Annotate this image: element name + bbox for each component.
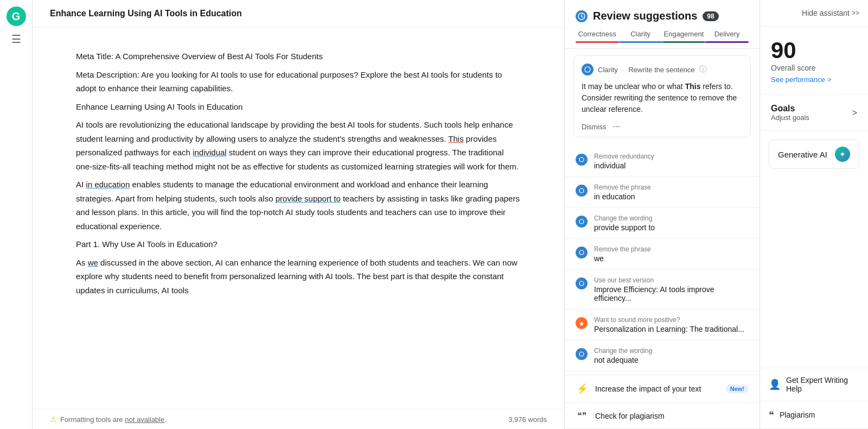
tab-engagement[interactable]: Engagement <box>662 30 706 48</box>
item-action-4: Use our best version <box>594 276 749 284</box>
dismiss-button[interactable]: Dismiss <box>582 123 607 131</box>
review-panel: Review suggestions 98 Correctness Clarit… <box>564 0 760 429</box>
paragraph-3: Enhance Learning Using AI Tools in Educa… <box>76 100 521 114</box>
plagiarism-side-icon: ❝ <box>769 409 774 421</box>
suggestion-item-4[interactable]: Use our best version Improve Efficiency:… <box>565 270 760 310</box>
suggestions-list: Remove redundancy individual Remove the … <box>565 144 760 375</box>
footer-warning-text: Formatting tools are not available. <box>60 415 167 424</box>
plagiarism-side-button[interactable]: ❝ Plagiarism <box>760 401 868 429</box>
impact-text-button[interactable]: ⚡ Increase the impact of your text New! <box>565 375 760 403</box>
tab-clarity[interactable]: Clarity <box>619 30 662 48</box>
highlighted-provide-support: provide support to <box>276 194 341 203</box>
svg-point-6 <box>579 281 584 286</box>
item-icon-0 <box>576 154 588 166</box>
card-type: Clarity <box>598 66 618 74</box>
see-performance-link[interactable]: See performance > <box>771 75 857 84</box>
grammarly-logo[interactable]: G <box>7 7 26 26</box>
chevron-right-goals: > <box>852 108 857 118</box>
suggestion-text: It may be unclear who or what This refer… <box>582 81 743 115</box>
hide-assistant-label: Hide assistant <box>802 9 850 17</box>
card-type-icon <box>582 64 593 75</box>
paragraph-7: As we discussed in the above section, AI… <box>76 256 521 298</box>
expert-writing-button[interactable]: 👤 Get Expert Writing Help <box>760 368 868 401</box>
suggestion-item-0[interactable]: Remove redundancy individual <box>565 146 760 177</box>
item-icon-2 <box>576 216 588 228</box>
card-actions: Dismiss ··· <box>582 122 743 131</box>
item-content-3: Remove the phrase we <box>594 245 651 263</box>
suggestion-item-5[interactable]: Want to sound more positive? Personaliza… <box>565 310 760 340</box>
doc-footer: ⚠ Formatting tools are not available. 3,… <box>33 409 564 429</box>
item-content-2: Change the wording provide support to <box>594 214 655 232</box>
card-action: Rewrite the sentence <box>628 66 694 74</box>
item-action-2: Change the wording <box>594 214 655 222</box>
gen-ai-section[interactable]: Generative AI ✦ <box>769 140 859 169</box>
suggestion-item-2[interactable]: Change the wording provide support to <box>565 208 760 239</box>
plagiarism-label: Check for plagiarism <box>595 412 665 420</box>
suggestion-item-6[interactable]: Change the wording not adequate <box>565 340 760 371</box>
hamburger-icon[interactable]: ☰ <box>11 33 21 46</box>
word-count: 3,976 words <box>508 415 547 424</box>
suggestion-item-3[interactable]: Remove the phrase we <box>565 239 760 270</box>
doc-header: Enhance Learning Using AI Tools in Educa… <box>33 0 564 28</box>
more-options-button[interactable]: ··· <box>613 122 620 131</box>
main-content: Enhance Learning Using AI Tools in Educa… <box>33 0 564 429</box>
plagiarism-side-label: Plagiarism <box>780 411 815 419</box>
item-action-5: Want to sound more positive? <box>594 316 744 324</box>
gen-ai-icon: ✦ <box>835 147 850 162</box>
score-panel: Hide assistant >> 90 Overall score See p… <box>760 0 868 429</box>
new-badge: New! <box>726 384 749 393</box>
item-detail-4: Improve Efficiency: AI tools improve eff… <box>594 285 749 302</box>
tab-delivery[interactable]: Delivery <box>705 30 749 48</box>
info-icon[interactable]: ⓘ <box>699 65 707 74</box>
overall-score-label: Overall score <box>771 64 857 72</box>
paragraph-4: AI tools are revolutionizing the educati… <box>76 118 521 173</box>
svg-point-1 <box>585 67 590 72</box>
expert-writing-label: Get Expert Writing Help <box>786 376 859 393</box>
plagiarism-button[interactable]: ❝❞ Check for plagiarism <box>565 403 760 429</box>
highlighted-individual: individual <box>193 148 227 157</box>
active-suggestion-card[interactable]: Clarity · Rewrite the sentence ⓘ It may … <box>573 55 751 137</box>
plagiarism-icon: ❝❞ <box>576 411 589 421</box>
paragraph-2: Meta Description: Are you looking for AI… <box>76 68 521 96</box>
item-detail-2: provide support to <box>594 223 655 232</box>
svg-point-5 <box>579 250 584 255</box>
item-content-4: Use our best version Improve Efficiency:… <box>594 276 749 302</box>
warning-icon: ⚠ <box>50 415 57 424</box>
goals-label: Goals <box>771 104 809 113</box>
gen-ai-label: Generative AI <box>778 150 827 159</box>
doc-body[interactable]: Meta Title: A Comprehensive Overview of … <box>33 28 564 409</box>
item-action-3: Remove the phrase <box>594 245 651 253</box>
not-available-link[interactable]: not available <box>125 415 164 424</box>
footer-warning: ⚠ Formatting tools are not available. <box>50 415 167 424</box>
review-badge: 98 <box>703 11 718 21</box>
tab-correctness[interactable]: Correctness <box>576 30 619 48</box>
svg-point-3 <box>579 188 584 193</box>
highlighted-this: This <box>448 134 463 143</box>
item-action-0: Remove redundancy <box>594 153 654 160</box>
overall-score: 90 <box>771 37 857 64</box>
suggestion-item-1[interactable]: Remove the phrase in education <box>565 177 760 208</box>
hide-assistant-button[interactable]: Hide assistant >> <box>760 0 868 27</box>
item-content-1: Remove the phrase in education <box>594 184 651 201</box>
adjust-goals: Adjust goals <box>771 113 809 122</box>
chevron-right-perf: > <box>827 75 832 84</box>
item-content-0: Remove redundancy individual <box>594 153 654 170</box>
item-icon-3 <box>576 247 588 258</box>
paragraph-1: Meta Title: A Comprehensive Overview of … <box>76 49 521 64</box>
left-toolbar: G ☰ <box>0 0 33 429</box>
goals-section[interactable]: Goals Adjust goals > <box>760 95 868 131</box>
review-header: Review suggestions 98 Correctness Clarit… <box>565 0 760 49</box>
item-action-6: Change the wording <box>594 347 652 355</box>
lightning-icon: ⚡ <box>576 383 589 395</box>
item-detail-0: individual <box>594 161 654 170</box>
paragraph-6: Part 1. Why Use AI Tools in Education? <box>76 237 521 251</box>
category-tabs: Correctness Clarity Engagement Delivery <box>576 30 749 48</box>
item-icon-6 <box>576 348 588 360</box>
item-icon-5 <box>576 317 588 329</box>
item-detail-3: we <box>594 254 651 263</box>
review-title-row: Review suggestions 98 <box>576 10 749 22</box>
doc-title: Enhance Learning Using AI Tools in Educa… <box>50 9 242 18</box>
highlighted-we: we <box>88 258 98 267</box>
item-icon-4 <box>576 277 588 289</box>
item-detail-5: Personalization in Learning: The traditi… <box>594 325 744 333</box>
